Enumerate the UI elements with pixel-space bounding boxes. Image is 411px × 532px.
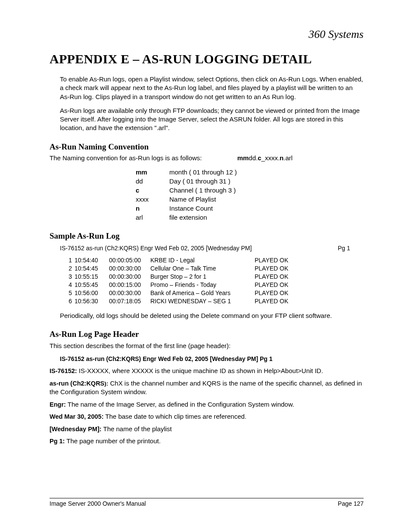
- pageheader-bold-sample: IS-76152 as-run (Ch2:KQRS) Engr Wed Feb …: [60, 355, 364, 362]
- log-cell-status: PLAYED OK: [255, 256, 302, 264]
- log-cell-idx: 5: [60, 289, 75, 297]
- definition-text: The page number of the printout.: [65, 437, 160, 445]
- naming-value: Day ( 01 through 31 ): [169, 177, 364, 186]
- log-cell-dur: 00:00:15:00: [109, 281, 150, 289]
- definition-label: Pg 1:: [50, 438, 65, 445]
- log-cell-status: PLAYED OK: [255, 289, 302, 297]
- page-footer: Image Server 2000 Owner's Manual Page 12…: [50, 498, 364, 507]
- definition-item: Wed Mar 30, 2005: The base date to which…: [50, 412, 364, 421]
- log-cell-dur: 00:07:18:05: [109, 297, 150, 305]
- naming-row: mmmonth ( 01 through 12 ): [136, 168, 364, 177]
- log-cell-start: 10:55:15: [75, 273, 109, 281]
- log-cell-idx: 6: [60, 297, 75, 305]
- definition-label-suffix: ):: [104, 380, 108, 387]
- naming-line: The Naming convention for as-Run logs is…: [50, 154, 364, 162]
- naming-value: month ( 01 through 12 ): [169, 168, 364, 177]
- naming-key: arl: [136, 213, 169, 222]
- naming-prefix: The Naming convention for as-Run logs is…: [50, 154, 202, 162]
- intro-para-1: To enable As-Run logs, open a Playlist w…: [60, 75, 364, 101]
- footer-right: Page 127: [338, 500, 364, 507]
- naming-value: Instance Count: [169, 204, 364, 213]
- pageheader-definitions: IS-76152: IS-XXXXX, where XXXXX is the u…: [50, 367, 364, 446]
- log-cell-status: PLAYED OK: [255, 273, 302, 281]
- log-row: 410:55:4500:00:15:00Promo – Friends - To…: [60, 281, 364, 289]
- page-title: APPENDIX E – AS-RUN LOGGING DETAIL: [50, 52, 364, 66]
- log-cell-title: Burger Stop – 2 for 1: [150, 273, 255, 281]
- definition-text: The name of the Image Server, as defined…: [66, 401, 294, 408]
- log-cell-status: PLAYED OK: [255, 264, 302, 273]
- pattern-mm: mm: [237, 154, 249, 162]
- naming-key: dd: [136, 177, 169, 186]
- log-cell-start: 10:56:00: [75, 289, 109, 297]
- definition-item: Engr: The name of the Image Server, as d…: [50, 400, 364, 409]
- log-cell-title: RICKI WEDNESDAY – SEG 1: [150, 297, 255, 305]
- log-cell-dur: 00:00:30:00: [109, 273, 150, 281]
- log-rows: 110:54:4000:00:05:00KRBE ID - LegalPLAYE…: [60, 256, 364, 305]
- log-row: 210:54:4500:00:30:00Cellular One – Talk …: [60, 264, 364, 273]
- naming-key: xxxx: [136, 195, 169, 204]
- definition-label: IS-76152:: [50, 367, 77, 374]
- sample-note: Periodically, old logs should be deleted…: [60, 311, 364, 320]
- pageheader-intro: This section describes the format of the…: [50, 342, 364, 350]
- heading-pageheader: As-Run Log Page Header: [50, 330, 364, 339]
- naming-value: Channel ( 1 through 3 ): [169, 186, 364, 195]
- definition-label: [Wednesday PM]:: [50, 426, 102, 432]
- log-cell-idx: 1: [60, 256, 75, 264]
- pattern-dd: dd.: [249, 154, 258, 162]
- definition-item: IS-76152: IS-XXXXX, where XXXXX is the u…: [50, 367, 364, 376]
- log-cell-idx: 2: [60, 264, 75, 273]
- pattern-n: n: [280, 154, 283, 162]
- naming-value: Name of Playlist: [169, 195, 364, 204]
- pattern-xxxx: _xxxx.: [262, 154, 280, 162]
- naming-value: file extension: [169, 213, 364, 222]
- naming-pattern: mmdd.c_xxxx.n.arl: [237, 154, 293, 162]
- heading-sample: Sample As-Run Log: [50, 231, 364, 241]
- log-cell-status: PLAYED OK: [255, 297, 302, 305]
- brand-logo: 360 Systems: [308, 28, 364, 41]
- log-header: IS-76152 as-run (Ch2:KQRS) Engr Wed Feb …: [60, 244, 364, 252]
- definition-label: Engr:: [50, 401, 66, 408]
- definition-text: The base date to which clip times are re…: [103, 413, 246, 420]
- log-cell-start: 10:55:45: [75, 281, 109, 289]
- log-row: 310:55:1500:00:30:00Burger Stop – 2 for …: [60, 273, 364, 281]
- pattern-arl: .arl: [283, 154, 293, 162]
- log-cell-start: 10:54:45: [75, 264, 109, 273]
- pattern-c: c: [258, 154, 261, 162]
- definition-item: [Wednesday PM]: The name of the playlist: [50, 425, 364, 434]
- naming-row: xxxxName of Playlist: [136, 195, 364, 204]
- sample-log-block: IS-76152 as-run (Ch2:KQRS) Engr Wed Feb …: [60, 244, 364, 305]
- log-cell-title: Promo – Friends - Today: [150, 281, 255, 289]
- log-cell-title: KRBE ID - Legal: [150, 256, 255, 264]
- log-cell-status: PLAYED OK: [255, 281, 302, 289]
- log-cell-dur: 00:00:05:00: [109, 256, 150, 264]
- heading-naming: As-Run Naming Convention: [50, 142, 364, 152]
- intro-para-2: As-Run logs are available only through F…: [60, 106, 364, 133]
- log-cell-start: 10:54:40: [75, 256, 109, 264]
- log-row: 510:56:0000:00:30:00Bank of America – Go…: [60, 289, 364, 297]
- log-row: 110:54:4000:00:05:00KRBE ID - LegalPLAYE…: [60, 256, 364, 264]
- log-cell-dur: 00:00:30:00: [109, 264, 150, 273]
- log-header-main: IS-76152 as-run (Ch2:KQRS) Engr Wed Feb …: [60, 244, 338, 252]
- definition-label: Wed Mar 30, 2005:: [50, 413, 103, 420]
- naming-row: ddDay ( 01 through 31 ): [136, 177, 364, 186]
- definition-label: as-run (Ch2:KQRS: [50, 380, 104, 387]
- naming-row: nInstance Count: [136, 204, 364, 213]
- log-cell-idx: 4: [60, 281, 75, 289]
- log-cell-dur: 00:00:30:00: [109, 289, 150, 297]
- log-header-page: Pg 1: [338, 244, 364, 252]
- log-cell-title: Bank of America – Gold Years: [150, 289, 255, 297]
- log-cell-idx: 3: [60, 273, 75, 281]
- naming-row: arlfile extension: [136, 213, 364, 222]
- definition-text: The name of the playlist: [102, 425, 172, 432]
- log-cell-start: 10:56:30: [75, 297, 109, 305]
- definition-item: Pg 1: The page number of the printout.: [50, 437, 364, 446]
- log-row: 610:56:3000:07:18:05RICKI WEDNESDAY – SE…: [60, 297, 364, 305]
- naming-row: cChannel ( 1 through 3 ): [136, 186, 364, 195]
- definition-text: IS-XXXXX, where XXXXX is the unique mach…: [77, 367, 323, 374]
- footer-left: Image Server 2000 Owner's Manual: [50, 500, 146, 507]
- naming-key: mm: [136, 168, 169, 177]
- naming-key: c: [136, 186, 169, 195]
- naming-key: n: [136, 204, 169, 213]
- definition-item: as-run (Ch2:KQRS): ChX is the channel nu…: [50, 379, 364, 397]
- log-cell-title: Cellular One – Talk Time: [150, 264, 255, 273]
